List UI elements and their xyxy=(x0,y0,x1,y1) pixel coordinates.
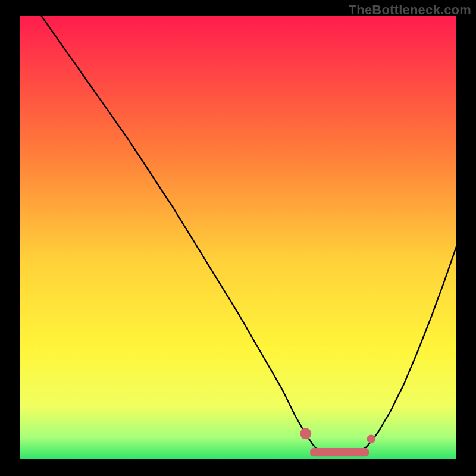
left-marker-dot xyxy=(300,428,311,439)
plot-area xyxy=(20,16,456,459)
gradient-background xyxy=(20,16,456,459)
bottleneck-chart xyxy=(20,16,456,459)
chart-frame: TheBottleneck.com xyxy=(0,0,476,476)
right-marker-dot xyxy=(367,434,376,443)
flat-region-marker xyxy=(310,448,369,456)
